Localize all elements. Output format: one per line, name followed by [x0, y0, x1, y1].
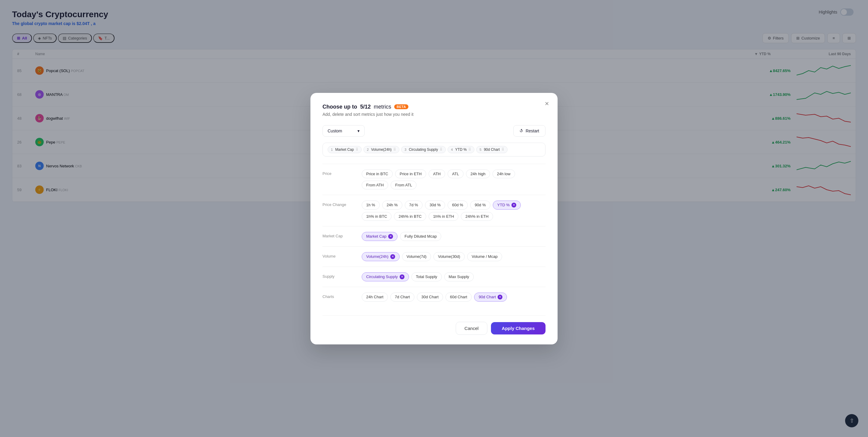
chevron-down-icon: ▾ — [358, 128, 360, 133]
drag-icon-1: ⠿ — [355, 147, 358, 152]
section-charts: Charts 24h Chart 7d Chart 30d Chart 60d … — [322, 287, 546, 307]
active-chip-5[interactable]: 5 90d Chart ⠿ — [476, 146, 507, 153]
chip-1h-btc[interactable]: 1h% in BTC — [362, 212, 392, 221]
chip-max-supply[interactable]: Max Supply — [444, 272, 474, 281]
chip-from-ath[interactable]: From ATH — [362, 181, 388, 190]
modal: ✕ Choose up to 5/12 metrics Beta Add, de… — [310, 93, 558, 344]
chip-1h-eth[interactable]: 1h% in ETH — [429, 212, 458, 221]
chip-1h-pct[interactable]: 1h % — [362, 201, 380, 210]
chip-30d-pct[interactable]: 30d % — [425, 201, 445, 210]
chip-chart-30d[interactable]: 30d Chart — [417, 293, 443, 301]
active-chip-1[interactable]: 1 Market Cap ⠿ — [328, 146, 362, 153]
chip-circ-supply[interactable]: Circulating Supply ✕ — [362, 272, 409, 281]
chip-price-btc[interactable]: Price in BTC — [362, 170, 393, 178]
section-market-cap-label: Market Cap — [322, 232, 355, 238]
active-chip-2[interactable]: 2 Volume(24h) ⠿ — [364, 146, 399, 153]
chip-chart-24h[interactable]: 24h Chart — [362, 293, 388, 301]
modal-title-pre: Choose up to — [322, 104, 357, 110]
modal-close-button[interactable]: ✕ — [542, 99, 552, 109]
modal-title-post: metrics — [374, 104, 391, 110]
section-volume: Volume Volume(24h) ✕ Volume(7d) Volume(3… — [322, 246, 546, 267]
chip-chart-90d[interactable]: 90d Chart ✕ — [474, 293, 507, 301]
restart-label: Restart — [526, 128, 539, 133]
section-volume-label: Volume — [322, 252, 355, 259]
chip-price-eth[interactable]: Price in ETH — [395, 170, 426, 178]
chip-7d-pct[interactable]: 7d % — [405, 201, 423, 210]
drag-icon-2: ⠿ — [393, 147, 396, 152]
price-change-chips: 1h % 24h % 7d % 30d % 60d % 90d % YTD % … — [362, 201, 546, 221]
chip-90d-pct[interactable]: 90d % — [470, 201, 490, 210]
modal-count: 5/12 — [360, 104, 371, 110]
apply-button[interactable]: Apply Changes — [491, 322, 546, 334]
chip-vol-24h[interactable]: Volume(24h) ✕ — [362, 252, 400, 261]
section-supply-label: Supply — [322, 272, 355, 279]
drag-icon-4: ⠿ — [468, 147, 471, 152]
close-icon: ✕ — [545, 100, 549, 107]
price-chips: Price in BTC Price in ETH ATH ATL 24h hi… — [362, 170, 546, 190]
chip-market-cap[interactable]: Market Cap ✕ — [362, 232, 398, 241]
modal-subtitle: Add, delete and sort metrics just how yo… — [322, 112, 546, 117]
restart-button[interactable]: ↺ Restart — [513, 125, 546, 137]
drag-icon-5: ⠿ — [501, 147, 504, 152]
preset-label: Custom — [328, 128, 342, 133]
chip-vol-30d[interactable]: Volume(30d) — [433, 252, 465, 261]
section-charts-label: Charts — [322, 293, 355, 299]
chip-x-chart-90d[interactable]: ✕ — [498, 295, 502, 299]
chip-24h-eth[interactable]: 24h% in ETH — [461, 212, 493, 221]
cancel-button[interactable]: Cancel — [456, 322, 487, 335]
drag-icon-3: ⠿ — [440, 147, 442, 152]
active-chips-bar: 1 Market Cap ⠿ 2 Volume(24h) ⠿ 3 Circula… — [322, 143, 546, 156]
chip-x-ytd[interactable]: ✕ — [512, 203, 516, 207]
chip-vol-mcap[interactable]: Volume / Mcap — [467, 252, 502, 261]
modal-controls: Custom ▾ ↺ Restart — [322, 125, 546, 137]
chip-chart-60d[interactable]: 60d Chart — [445, 293, 472, 301]
supply-chips: Circulating Supply ✕ Total Supply Max Su… — [362, 272, 546, 281]
chip-ytd-pct[interactable]: YTD % ✕ — [493, 201, 521, 210]
volume-chips: Volume(24h) ✕ Volume(7d) Volume(30d) Vol… — [362, 252, 546, 261]
chip-24h-high[interactable]: 24h high — [466, 170, 490, 178]
active-chip-4[interactable]: 4 YTD % ⠿ — [447, 146, 474, 153]
market-cap-chips: Market Cap ✕ Fully Diluted Mcap — [362, 232, 546, 241]
modal-footer: Cancel Apply Changes — [322, 316, 546, 335]
section-price-change-label: Price Change — [322, 201, 355, 207]
beta-badge: Beta — [394, 104, 408, 109]
chip-x-vol-24h[interactable]: ✕ — [390, 254, 395, 259]
chip-atl[interactable]: ATL — [447, 170, 464, 178]
restart-icon: ↺ — [519, 128, 524, 134]
chip-x-market-cap[interactable]: ✕ — [388, 234, 393, 239]
chip-fully-diluted[interactable]: Fully Diluted Mcap — [400, 232, 441, 241]
section-price-label: Price — [322, 170, 355, 176]
chip-60d-pct[interactable]: 60d % — [447, 201, 468, 210]
chip-24h-pct[interactable]: 24h % — [382, 201, 402, 210]
chip-x-circ-supply[interactable]: ✕ — [400, 274, 404, 279]
section-market-cap: Market Cap Market Cap ✕ Fully Diluted Mc… — [322, 226, 546, 246]
section-price: Price Price in BTC Price in ETH ATH ATL … — [322, 164, 546, 195]
chip-vol-7d[interactable]: Volume(7d) — [402, 252, 431, 261]
modal-header: Choose up to 5/12 metrics Beta — [322, 104, 546, 110]
modal-overlay: ✕ Choose up to 5/12 metrics Beta Add, de… — [0, 0, 868, 437]
section-supply: Supply Circulating Supply ✕ Total Supply… — [322, 267, 546, 287]
charts-chips: 24h Chart 7d Chart 30d Chart 60d Chart 9… — [362, 293, 546, 301]
chip-from-atl[interactable]: From ATL — [391, 181, 416, 190]
chip-total-supply[interactable]: Total Supply — [411, 272, 442, 281]
section-price-change: Price Change 1h % 24h % 7d % 30d % 60d %… — [322, 195, 546, 226]
preset-select[interactable]: Custom ▾ — [322, 125, 365, 137]
chip-chart-7d[interactable]: 7d Chart — [390, 293, 414, 301]
chip-24h-btc[interactable]: 24h% in BTC — [394, 212, 426, 221]
active-chip-3[interactable]: 3 Circulating Supply ⠿ — [401, 146, 446, 153]
chip-24h-low[interactable]: 24h low — [493, 170, 515, 178]
chip-ath[interactable]: ATH — [429, 170, 445, 178]
